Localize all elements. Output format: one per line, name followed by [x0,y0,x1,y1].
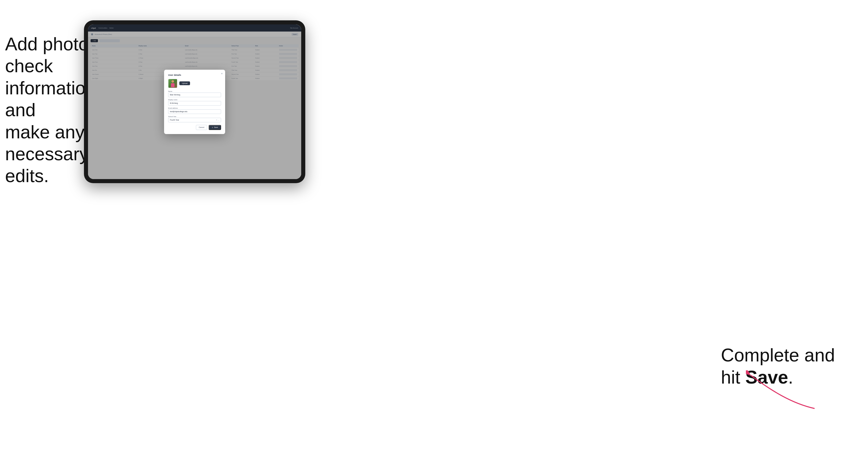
annotation-right-line1: Complete and [721,345,835,365]
school-year-select[interactable]: Fourth Year × ⌄ [168,118,221,122]
email-field-group: Email address test@clipdcollege.edu [168,107,221,114]
person-head [172,80,174,83]
annotation-left-line3: make any [5,122,85,142]
name-field-group: Name Blair McHarg [168,91,221,97]
upload-button[interactable]: Upload [179,82,190,85]
school-year-field-group: School Year Fourth Year × ⌄ [168,116,221,122]
select-controls: × ⌄ [216,119,219,121]
cancel-button[interactable]: Cancel [196,125,207,130]
name-label: Name [168,91,221,92]
save-icon: ⤓ [212,126,213,128]
display-name-value: B.McHarg [170,102,178,104]
name-input[interactable]: Blair McHarg [168,93,221,97]
photo-placeholder [168,79,177,88]
annotation-right-bold: Save [745,367,788,387]
modal-overlay: User details × Upload [88,24,301,179]
modal-close-button[interactable]: × [221,72,223,75]
person-body [171,83,175,87]
tablet-screen: clipd Communities Admin My Account Accou… [88,24,301,179]
photo-person [170,80,175,88]
school-year-label: School Year [168,116,221,117]
email-value: test@clipdcollege.edu [170,111,187,113]
display-name-field-group: Display name B.McHarg [168,99,221,105]
select-clear-icon[interactable]: × [216,119,217,121]
modal-title: User details [168,74,221,76]
modal-footer: Cancel ⤓ Save [168,125,221,130]
annotation-right-end: . [788,367,793,387]
email-input[interactable]: test@clipdcollege.edu [168,110,221,114]
display-name-label: Display name [168,99,221,100]
name-value: Blair McHarg [170,94,180,96]
photo-section: Upload [168,79,221,88]
tablet-frame: clipd Communities Admin My Account Accou… [84,20,305,183]
annotation-left-line4: necessary edits. [5,144,89,186]
user-details-modal: User details × Upload [164,70,225,134]
annotation-left-line2: information and [5,78,96,120]
school-year-value: Fourth Year [170,119,179,121]
display-name-input[interactable]: B.McHarg [168,101,221,105]
annotation-right: Complete and hit Save. [721,344,835,388]
save-label: Save [214,126,218,128]
email-label: Email address [168,107,221,109]
save-button[interactable]: ⤓ Save [209,125,221,130]
select-arrow-icon[interactable]: ⌄ [218,119,219,121]
annotation-right-line2: hit [721,367,745,387]
annotation-left-line1: Add photo, check [5,34,94,76]
photo-thumbnail [168,79,177,88]
